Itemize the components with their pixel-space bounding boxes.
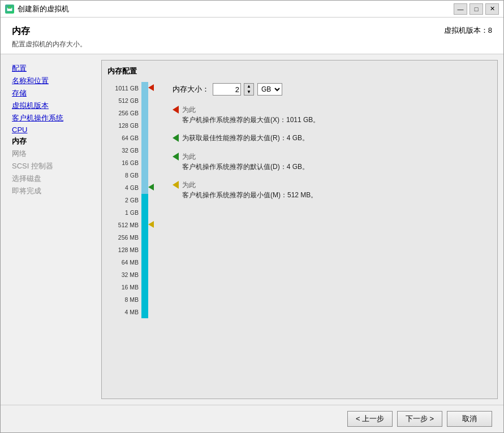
bar-128gb [141,119,148,132]
memory-size-label: 内存大小： [173,84,209,94]
sidebar-item-network: 网络 [6,148,97,160]
footer: < 上一步 下一步 > 取消 [1,405,503,432]
scale-label-64mb: 64 MB [107,259,141,266]
minimize-button[interactable]: — [454,3,467,15]
bar-32gb [141,144,148,157]
info-item-best-perf: 为获取最佳性能推荐的最大值(R)：4 GB。 [173,133,492,144]
bar-4mb [141,306,148,318]
info-item-max-guest: 为此 客户机操作系统推荐的最大值(X)：1011 GB。 [173,105,492,125]
scale-label-128mb: 128 MB [107,246,141,253]
scale-label-256gb: 256 GB [107,110,141,116]
info-title-3: 为此 [182,151,309,162]
sidebar-item-finish: 即将完成 [6,185,97,197]
scale-label-8mb: 8 MB [107,296,141,303]
bar-128mb [141,244,148,256]
spinner: ▲ ▼ [244,83,254,96]
sidebar-item-scsi: SCSI 控制器 [6,160,97,172]
spinner-up-button[interactable]: ▲ [244,84,253,89]
page-subtitle: 配置虚拟机的内存大小。 [12,40,87,48]
scale-row-256gb: 256 GB [107,107,167,119]
bar-8gb [141,169,148,181]
close-button[interactable]: ✕ [485,3,499,15]
sidebar-item-cpu[interactable]: CPU [6,124,97,135]
info-item-min-guest: 为此 客户机操作系统推荐的最小值(M)：512 MB。 [173,180,492,200]
scale-row-64mb: 64 MB [107,256,167,269]
bar-1gb [141,206,148,219]
sidebar-item-storage[interactable]: 存储 [6,87,97,99]
scale-label-128gb: 128 GB [107,122,141,129]
green-marker-4gb [148,184,154,190]
header-content: 内存 配置虚拟机的内存大小。 [12,25,87,49]
scale-row-256mb: 256 MB [107,231,167,244]
svg-rect-1 [8,6,11,8]
sidebar-item-vm-version[interactable]: 虚拟机版本 [6,99,97,112]
scale-label-16gb: 16 GB [107,159,141,166]
bar-64gb [141,132,148,144]
green-arrow-icon-2 [173,153,179,162]
yellow-marker-512mb [148,221,154,228]
scale-label-1011gb: 1011 GB [107,85,141,92]
scale-label-32mb: 32 MB [107,271,141,278]
back-button[interactable]: < 上一步 [347,411,393,427]
app-icon [5,5,14,14]
bar-1011gb [141,82,148,94]
sidebar: 配置 名称和位置 存储 虚拟机版本 客户机操作系统 CPU 内存 网络 SCSI… [6,60,97,399]
info-detail-1: 客户机操作系统推荐的最大值(X)：1011 GB。 [182,115,320,125]
vm-version: 虚拟机版本：8 [444,25,492,36]
scale-row-8mb: 8 MB [107,293,167,306]
yellow-arrow-icon [173,181,179,190]
red-arrow-icon [173,106,179,115]
main-content: 配置 名称和位置 存储 虚拟机版本 客户机操作系统 CPU 内存 网络 SCSI… [1,54,503,405]
scale-label-32gb: 32 GB [107,147,141,154]
header: 内存 配置虚拟机的内存大小。 虚拟机版本：8 [1,18,503,54]
scale-label-4mb: 4 MB [107,309,141,315]
memory-layout: 1011 GB 512 GB 256 GB [107,82,492,393]
sidebar-item-guest-os[interactable]: 客户机操作系统 [6,112,97,124]
next-button[interactable]: 下一步 > [397,411,442,427]
info-text-max-guest: 为此 客户机操作系统推荐的最大值(X)：1011 GB。 [182,105,320,125]
memory-value-input[interactable] [213,83,241,96]
memory-unit-select[interactable]: MB GB [257,83,282,96]
bar-64mb [141,256,148,269]
cancel-button[interactable]: 取消 [447,411,492,427]
scale-row-4gb: 4 GB [107,181,167,194]
maximize-button[interactable]: □ [469,3,483,15]
red-marker-arrow [148,84,154,91]
scale-label-512mb: 512 MB [107,222,141,228]
panel-title: 内存配置 [107,66,492,76]
window-title: 创建新的虚拟机 [18,4,69,14]
info-detail-3: 客户机操作系统推荐的默认值(D)：4 GB。 [182,162,309,172]
spinner-down-button[interactable]: ▼ [244,89,253,95]
scale-row-16mb: 16 MB [107,281,167,293]
sidebar-item-name-location[interactable]: 名称和位置 [6,75,97,87]
scale-label-1gb: 1 GB [107,209,141,216]
green-arrow-icon-1 [173,134,179,144]
info-detail-4: 客户机操作系统推荐的最小值(M)：512 MB。 [182,190,317,200]
title-bar-left: 创建新的虚拟机 [5,4,69,14]
scale-label-16mb: 16 MB [107,284,141,291]
sidebar-item-disk: 选择磁盘 [6,172,97,185]
scale-row-128gb: 128 GB [107,119,167,132]
bar-256mb [141,231,148,244]
scale-label-256mb: 256 MB [107,234,141,241]
sidebar-item-memory: 内存 [6,135,97,148]
sidebar-item-peizhI[interactable]: 配置 [6,62,97,75]
scale-row-512gb: 512 GB [107,94,167,107]
scale-row-1gb: 1 GB [107,206,167,219]
title-controls: — □ ✕ [454,3,499,15]
scale-row-8gb: 8 GB [107,169,167,181]
scale-row-2gb: 2 GB [107,194,167,206]
scale-bar-container: 1011 GB 512 GB 256 GB [107,82,167,393]
scale-row-1011gb: 1011 GB [107,82,167,94]
scale-label-2gb: 2 GB [107,197,141,203]
scale-label-4gb: 4 GB [107,184,141,191]
scale-row-512mb: 512 MB [107,219,167,231]
bar-256gb [141,107,148,119]
info-detail-2: 为获取最佳性能推荐的最大值(R)：4 GB。 [182,133,309,143]
scale-row-32mb: 32 MB [107,269,167,281]
info-text-best-perf: 为获取最佳性能推荐的最大值(R)：4 GB。 [182,133,309,143]
scale-row-4mb: 4 MB [107,306,167,318]
bar-16gb [141,157,148,169]
scale-row-32gb: 32 GB [107,144,167,157]
bar-16mb [141,281,148,293]
